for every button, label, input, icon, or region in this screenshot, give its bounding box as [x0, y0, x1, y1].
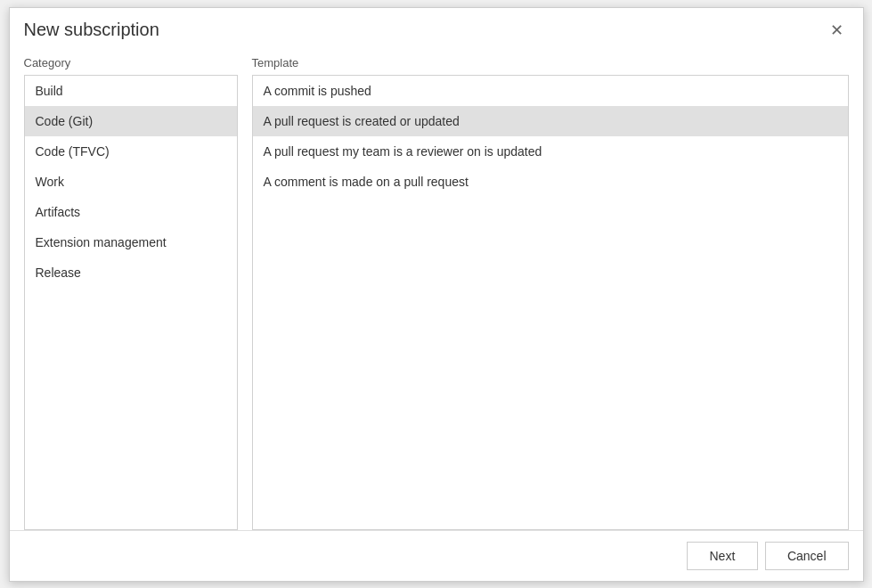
category-item-code-git[interactable]: Code (Git): [25, 106, 237, 136]
template-item-pull-request-created[interactable]: A pull request is created or updated: [253, 106, 848, 136]
dialog-body: Category BuildCode (Git)Code (TFVC)WorkA…: [10, 49, 863, 530]
category-label: Category: [24, 49, 238, 75]
category-item-artifacts[interactable]: Artifacts: [25, 197, 237, 227]
dialog-title: New subscription: [24, 20, 159, 40]
category-list: BuildCode (Git)Code (TFVC)WorkArtifactsE…: [24, 75, 238, 530]
template-item-pull-request-reviewer[interactable]: A pull request my team is a reviewer on …: [253, 136, 848, 167]
category-item-work[interactable]: Work: [25, 167, 237, 197]
template-column: Template A commit is pushedA pull reques…: [252, 49, 849, 530]
category-item-release[interactable]: Release: [25, 257, 237, 288]
cancel-button[interactable]: Cancel: [765, 542, 849, 570]
template-list: A commit is pushedA pull request is crea…: [252, 75, 849, 530]
next-button[interactable]: Next: [687, 542, 758, 570]
category-item-code-tfvc[interactable]: Code (TFVC): [25, 136, 237, 167]
category-item-build[interactable]: Build: [25, 76, 237, 106]
category-item-extension-management[interactable]: Extension management: [25, 227, 237, 257]
template-item-commit-pushed[interactable]: A commit is pushed: [253, 76, 848, 106]
template-label: Template: [252, 49, 849, 75]
dialog-footer: Next Cancel: [10, 530, 863, 581]
template-item-comment-pull-request[interactable]: A comment is made on a pull request: [253, 167, 848, 197]
category-column: Category BuildCode (Git)Code (TFVC)WorkA…: [24, 49, 238, 530]
dialog-titlebar: New subscription ✕: [10, 8, 863, 49]
close-button[interactable]: ✕: [825, 19, 849, 42]
new-subscription-dialog: New subscription ✕ Category BuildCode (G…: [9, 7, 864, 582]
